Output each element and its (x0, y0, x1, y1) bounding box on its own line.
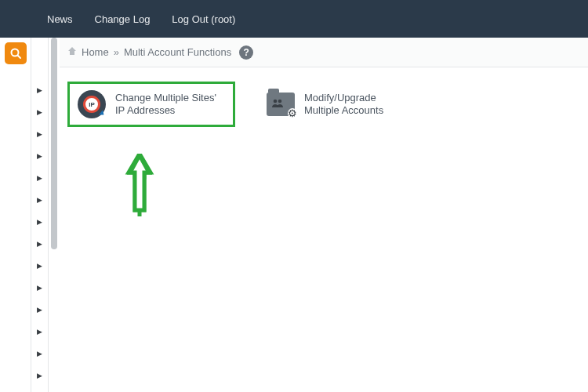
svg-point-3 (278, 100, 282, 103)
sidebar-item[interactable]: ▶ (31, 326, 48, 337)
annotation-arrow-icon (124, 154, 155, 216)
accounts-folder-icon: ⚙ (267, 93, 295, 116)
gear-icon: ⚙ (288, 108, 297, 118)
scrollbar-thumb[interactable] (51, 38, 57, 249)
card-change-ip[interactable]: IP Change Multiple Sites' IP Addresses (67, 82, 235, 127)
search-button[interactable] (5, 42, 27, 64)
sidebar-item[interactable]: ▶ (31, 151, 48, 162)
sidebar-item[interactable]: ▶ (31, 85, 48, 96)
home-icon (67, 46, 77, 58)
breadcrumb: Home » Multi Account Functions ? (60, 38, 588, 67)
sidebar-item[interactable]: ▶ (31, 260, 48, 271)
nav-logout[interactable]: Log Out (root) (172, 13, 235, 25)
sidebar-item[interactable]: ▶ (31, 238, 48, 249)
card-modify-accounts[interactable]: ⚙ Modify/Upgrade Multiple Accounts (259, 82, 422, 127)
sidebar-item[interactable]: ▶ (31, 129, 48, 140)
sidebar-item[interactable]: ▶ (31, 107, 48, 118)
svg-point-2 (274, 100, 278, 103)
card-label: Modify/Upgrade Multiple Accounts (304, 92, 414, 118)
top-nav: News Change Log Log Out (root) (0, 0, 588, 38)
sidebar-item[interactable]: ▶ (31, 216, 48, 227)
ip-search-icon: IP (78, 90, 106, 118)
breadcrumb-sep: » (114, 46, 119, 58)
people-icon (271, 97, 285, 110)
sidebar-scrollbar[interactable] (49, 38, 60, 392)
svg-rect-4 (135, 171, 144, 210)
nav-news[interactable]: News (47, 13, 73, 25)
svg-line-1 (17, 56, 20, 59)
sidebar-item[interactable]: ▶ (31, 194, 48, 205)
card-label: Change Multiple Sites' IP Addresses (115, 92, 225, 118)
help-icon[interactable]: ? (239, 45, 253, 60)
main-area: Home » Multi Account Functions ? IP Chan… (60, 38, 588, 392)
sidebar-item[interactable]: ▶ (31, 348, 48, 359)
sidebar-item[interactable]: ▶ (31, 172, 48, 183)
breadcrumb-current: Multi Account Functions (124, 46, 231, 58)
sidebar-item[interactable]: ▶ (31, 304, 48, 315)
search-icon (9, 47, 22, 60)
sidebar-item[interactable]: ▶ (31, 370, 48, 381)
sidebar-item[interactable]: ▶ (31, 282, 48, 293)
breadcrumb-home[interactable]: Home (82, 46, 109, 58)
collapsed-sidebar: ▶ ▶ ▶ ▶ ▶ ▶ ▶ ▶ ▶ ▶ ▶ ▶ ▶ ▶ (31, 38, 49, 392)
content-area: IP Change Multiple Sites' IP Addresses ⚙… (60, 67, 588, 141)
search-column (0, 38, 31, 392)
nav-change-log[interactable]: Change Log (95, 13, 151, 25)
